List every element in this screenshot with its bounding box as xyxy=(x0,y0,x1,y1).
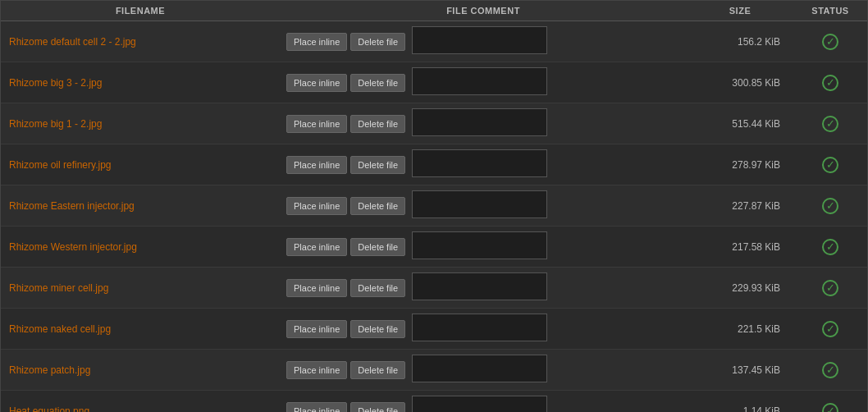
file-comment-input[interactable] xyxy=(412,149,547,177)
file-status-cell: ✓ xyxy=(793,321,867,337)
file-status-cell: ✓ xyxy=(793,34,867,50)
file-size-cell: 300.85 KiB xyxy=(687,77,793,89)
place-inline-button[interactable]: Place inline xyxy=(286,279,347,297)
place-inline-button[interactable]: Place inline xyxy=(286,33,347,51)
file-name-cell: Rhizome default cell 2 - 2.jpg xyxy=(1,36,280,48)
file-size-cell: 221.5 KiB xyxy=(687,323,793,335)
file-comment-input[interactable] xyxy=(412,26,547,54)
file-comment-cell xyxy=(409,107,550,140)
file-comment-cell xyxy=(409,148,550,181)
status-ok-icon: ✓ xyxy=(822,403,838,413)
delete-file-button[interactable]: Delete file xyxy=(350,156,405,174)
file-name-cell: Rhizome Eastern injector.jpg xyxy=(1,200,280,212)
table-row: Rhizome naked cell.jpgPlace inlineDelete… xyxy=(1,309,867,350)
place-inline-button[interactable]: Place inline xyxy=(286,115,347,133)
status-ok-icon: ✓ xyxy=(822,280,838,296)
file-name-cell: Heat equation.png xyxy=(1,405,280,413)
file-comment-input[interactable] xyxy=(412,272,547,300)
file-size-cell: 137.45 KiB xyxy=(687,364,793,376)
delete-file-button[interactable]: Delete file xyxy=(350,33,405,51)
file-size-cell: 278.97 KiB xyxy=(687,159,793,171)
file-size-cell: 217.58 KiB xyxy=(687,241,793,253)
table-row: Rhizome miner cell.jpgPlace inlineDelete… xyxy=(1,268,867,309)
header-filename: FILENAME xyxy=(1,6,280,16)
file-comment-input[interactable] xyxy=(412,190,547,218)
file-status-cell: ✓ xyxy=(793,157,867,173)
header-comment: FILE COMMENT xyxy=(280,6,687,16)
status-ok-icon: ✓ xyxy=(822,34,838,50)
file-comment-input[interactable] xyxy=(412,355,547,382)
file-size-cell: 229.93 KiB xyxy=(687,282,793,294)
status-ok-icon: ✓ xyxy=(822,239,838,255)
place-inline-button[interactable]: Place inline xyxy=(286,361,347,379)
file-comment-input[interactable] xyxy=(412,314,547,341)
file-size-cell: 156.2 KiB xyxy=(687,36,793,48)
file-name-cell: Rhizome big 1 - 2.jpg xyxy=(1,118,280,130)
delete-file-button[interactable]: Delete file xyxy=(350,279,405,297)
file-actions-cell: Place inlineDelete file xyxy=(280,25,687,58)
file-actions-cell: Place inlineDelete file xyxy=(280,394,687,412)
file-name-cell: Rhizome big 3 - 2.jpg xyxy=(1,77,280,89)
header-status: STATUS xyxy=(793,6,867,16)
place-inline-button[interactable]: Place inline xyxy=(286,402,347,413)
place-inline-button[interactable]: Place inline xyxy=(286,238,347,256)
file-size-cell: 515.44 KiB xyxy=(687,118,793,130)
file-comment-input[interactable] xyxy=(412,396,547,412)
file-size-cell: 227.87 KiB xyxy=(687,200,793,212)
table-row: Rhizome Western injector.jpgPlace inline… xyxy=(1,227,867,268)
file-status-cell: ✓ xyxy=(793,239,867,255)
file-table: FILENAME FILE COMMENT SIZE STATUS Rhizom… xyxy=(0,0,868,412)
place-inline-button[interactable]: Place inline xyxy=(286,320,347,338)
table-row: Rhizome big 3 - 2.jpgPlace inlineDelete … xyxy=(1,62,867,103)
file-actions-cell: Place inlineDelete file xyxy=(280,353,687,387)
status-ok-icon: ✓ xyxy=(822,157,838,173)
file-status-cell: ✓ xyxy=(793,362,867,378)
file-name-cell: Rhizome Western injector.jpg xyxy=(1,241,280,253)
header-size: SIZE xyxy=(687,6,793,16)
file-status-cell: ✓ xyxy=(793,403,867,413)
delete-file-button[interactable]: Delete file xyxy=(350,115,405,133)
file-comment-input[interactable] xyxy=(412,67,547,95)
file-actions-cell: Place inlineDelete file xyxy=(280,189,687,222)
file-actions-cell: Place inlineDelete file xyxy=(280,312,687,346)
table-row: Rhizome default cell 2 - 2.jpgPlace inli… xyxy=(1,21,867,62)
table-body: Rhizome default cell 2 - 2.jpgPlace inli… xyxy=(1,21,867,412)
table-header: FILENAME FILE COMMENT SIZE STATUS xyxy=(1,1,867,21)
file-comment-cell xyxy=(409,312,550,346)
file-actions-cell: Place inlineDelete file xyxy=(280,107,687,140)
file-comment-cell xyxy=(409,271,550,304)
status-ok-icon: ✓ xyxy=(822,75,838,91)
file-comment-cell xyxy=(409,189,550,222)
status-ok-icon: ✓ xyxy=(822,116,838,132)
delete-file-button[interactable]: Delete file xyxy=(350,361,405,379)
delete-file-button[interactable]: Delete file xyxy=(350,238,405,256)
file-status-cell: ✓ xyxy=(793,280,867,296)
file-name-cell: Rhizome patch.jpg xyxy=(1,364,280,376)
file-comment-cell xyxy=(409,25,550,58)
status-ok-icon: ✓ xyxy=(822,321,838,337)
place-inline-button[interactable]: Place inline xyxy=(286,74,347,92)
file-status-cell: ✓ xyxy=(793,198,867,214)
file-comment-cell xyxy=(409,66,550,99)
delete-file-button[interactable]: Delete file xyxy=(350,197,405,215)
file-actions-cell: Place inlineDelete file xyxy=(280,271,687,304)
file-comment-cell xyxy=(409,230,550,263)
file-name-cell: Rhizome oil refinery.jpg xyxy=(1,159,280,171)
file-name-cell: Rhizome naked cell.jpg xyxy=(1,323,280,335)
file-comment-input[interactable] xyxy=(412,231,547,259)
table-row: Rhizome patch.jpgPlace inlineDelete file… xyxy=(1,350,867,391)
delete-file-button[interactable]: Delete file xyxy=(350,74,405,92)
place-inline-button[interactable]: Place inline xyxy=(286,156,347,174)
file-actions-cell: Place inlineDelete file xyxy=(280,148,687,181)
table-row: Rhizome Eastern injector.jpgPlace inline… xyxy=(1,185,867,227)
file-status-cell: ✓ xyxy=(793,116,867,132)
delete-file-button[interactable]: Delete file xyxy=(350,402,405,413)
file-comment-input[interactable] xyxy=(412,108,547,136)
file-status-cell: ✓ xyxy=(793,75,867,91)
status-ok-icon: ✓ xyxy=(822,362,838,378)
delete-file-button[interactable]: Delete file xyxy=(350,320,405,338)
file-size-cell: 1.14 KiB xyxy=(687,405,793,413)
place-inline-button[interactable]: Place inline xyxy=(286,197,347,215)
file-comment-cell xyxy=(409,353,550,387)
table-row: Rhizome oil refinery.jpgPlace inlineDele… xyxy=(1,144,867,185)
